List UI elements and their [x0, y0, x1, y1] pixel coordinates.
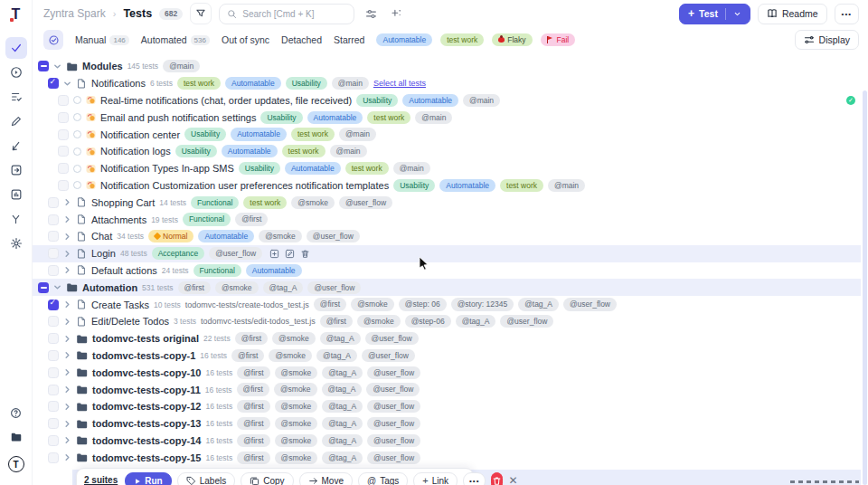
tag-chip--smoke[interactable]: @smoke: [275, 417, 318, 430]
bulk-close-button[interactable]: ✕: [508, 474, 517, 485]
tag-chip-usability[interactable]: Usability: [184, 128, 226, 140]
header-more-button[interactable]: •••: [835, 4, 859, 24]
chevron-right-icon[interactable]: [63, 403, 71, 411]
chevron-right-icon[interactable]: [63, 198, 71, 206]
tag-chip--user-flow[interactable]: @user_flow: [563, 298, 617, 310]
chevron-down-icon[interactable]: [63, 80, 71, 88]
tag-chip--main[interactable]: @main: [163, 60, 200, 72]
tag-chip-automatable[interactable]: Automatable: [246, 264, 302, 277]
test-title[interactable]: Notification center: [100, 129, 180, 140]
chevron-right-icon[interactable]: [63, 453, 71, 461]
chevron-right-icon[interactable]: [63, 215, 71, 223]
chevron-right-icon[interactable]: [63, 351, 71, 359]
sidebar-item-plans-list[interactable]: [5, 86, 27, 108]
suite-row[interactable]: Create Tasks10 teststodomvc-tests/create…: [33, 296, 861, 313]
add-test-button[interactable]: + Test: [679, 4, 750, 24]
tag-chip--first[interactable]: @first: [231, 349, 264, 362]
filter-chip-automatable[interactable]: Automatable: [376, 33, 432, 46]
bulk-tags-button[interactable]: @Tags: [358, 472, 408, 485]
row-checkbox[interactable]: [48, 265, 59, 276]
tag-chip--tag-a[interactable]: @tag_A: [322, 434, 363, 447]
test-title[interactable]: Notification Types In-app SMS: [100, 163, 234, 174]
tag-chip-automatable[interactable]: Automatable: [307, 111, 363, 124]
suite-row[interactable]: todomvc-tests-copy-1216 tests@first@smok…: [33, 398, 861, 415]
tag-chip--first[interactable]: @first: [237, 417, 269, 430]
tag-chip--tag-a[interactable]: @tag_A: [322, 452, 363, 464]
tag-chip--user-flow[interactable]: @user_flow: [366, 383, 420, 395]
test-title[interactable]: Real-time notifications (chat, order upd…: [100, 95, 352, 106]
tag-chip--tag-a[interactable]: @tag_A: [322, 400, 363, 413]
suite-title[interactable]: Shopping Cart: [91, 197, 155, 208]
suite-row[interactable]: todomvc-tests-copy-116 tests@first@smoke…: [33, 347, 861, 365]
tag-chip--user-flow[interactable]: @user_flow: [367, 417, 420, 430]
row-checkbox[interactable]: [48, 452, 59, 463]
row-checkbox[interactable]: [48, 231, 59, 242]
tag-chip--user-flow[interactable]: @user_flow: [209, 247, 262, 260]
scrollbar[interactable]: [863, 90, 867, 485]
tag-chip--main[interactable]: @main: [463, 94, 500, 107]
tag-chip-usability[interactable]: Usability: [356, 94, 398, 107]
sidebar-item-report-box[interactable]: [5, 184, 27, 205]
run-status-circle[interactable]: [73, 181, 81, 189]
run-status-circle[interactable]: [73, 113, 81, 121]
tag-chip--smoke[interactable]: @smoke: [291, 196, 335, 209]
suite-title[interactable]: Attachments: [91, 214, 146, 225]
filter-chip-test-work[interactable]: test work: [440, 33, 484, 46]
row-checkbox[interactable]: [48, 401, 59, 412]
row-checkbox[interactable]: [38, 282, 49, 293]
bulk-more-button[interactable]: •••: [463, 472, 486, 485]
row-checkbox[interactable]: [48, 385, 59, 395]
suite-title[interactable]: Chat: [91, 231, 112, 242]
selected-suites-link[interactable]: 2 suites: [84, 475, 118, 485]
tag-chip--user-flow[interactable]: @user_flow: [367, 452, 420, 464]
tag-chip-functional[interactable]: Functional: [183, 213, 231, 225]
tag-chip--first[interactable]: @first: [237, 400, 269, 413]
test-row[interactable]: Notification logsUsabilityAutomatabletes…: [33, 143, 861, 160]
suite-title[interactable]: Login: [91, 248, 116, 259]
sparkle-add-icon[interactable]: [387, 8, 405, 20]
tag-chip-test-work[interactable]: test work: [177, 77, 221, 90]
select-all-tests-link[interactable]: Select all tests: [373, 79, 426, 88]
tag-chip--story-12345[interactable]: @story: 12345: [451, 298, 514, 310]
tag-chip--tag-a[interactable]: @tag_A: [322, 417, 363, 430]
tag-chip--tag-a[interactable]: @tag_A: [456, 315, 496, 328]
suite-row[interactable]: Chat34 testsNormalAutomatable@smoke@user…: [33, 228, 861, 245]
chevron-down-icon[interactable]: [53, 283, 61, 291]
tag-chip-automatable[interactable]: Automatable: [225, 77, 281, 90]
suite-row[interactable]: todomvc-tests-copy-1016 tests@first@smok…: [33, 364, 861, 381]
filter-chip-flaky[interactable]: Flaky: [492, 33, 532, 46]
tag-chip--smoke[interactable]: @smoke: [351, 298, 394, 310]
tag-chip--smoke[interactable]: @smoke: [272, 332, 316, 345]
tag-chip--user-flow[interactable]: @user_flow: [367, 366, 420, 379]
tag-chip--smoke[interactable]: @smoke: [274, 383, 317, 395]
breadcrumb-project[interactable]: Zyntra Spark: [43, 7, 106, 20]
tag-chip-automatable[interactable]: Automatable: [231, 128, 287, 140]
tag-chip--tag-a[interactable]: @tag_A: [316, 349, 357, 362]
chevron-right-icon[interactable]: [63, 233, 71, 241]
tag-chip-automatable[interactable]: Automatable: [222, 145, 278, 157]
view-settings-icon[interactable]: [362, 8, 380, 20]
tag-chip--main[interactable]: @main: [332, 77, 369, 90]
row-checkbox[interactable]: [48, 418, 59, 429]
bulk-copy-button[interactable]: Copy: [241, 472, 293, 485]
filter-chip-fail[interactable]: Fail: [541, 33, 576, 46]
suite-row[interactable]: Notifications6 teststest workAutomatable…: [33, 75, 861, 92]
tag-chip-test-work[interactable]: test work: [291, 128, 335, 140]
sidebar-item-files-folder[interactable]: [5, 426, 27, 448]
tag-chip--smoke[interactable]: @smoke: [275, 452, 318, 464]
test-row[interactable]: Email and push notification settingsUsab…: [33, 109, 861, 126]
tag-chip--user-flow[interactable]: @user_flow: [500, 315, 553, 328]
test-row[interactable]: Notification Customization user preferen…: [33, 177, 861, 195]
tag-chip--user-flow[interactable]: @user_flow: [367, 434, 420, 447]
tag-chip--first[interactable]: @first: [314, 298, 346, 310]
row-checkbox[interactable]: [48, 78, 59, 89]
sidebar-item-help[interactable]: [5, 402, 27, 423]
suite-row[interactable]: Shopping Cart14 testsFunctionaltest work…: [33, 194, 861, 211]
suite-title[interactable]: todomvc-tests-copy-13: [92, 418, 201, 429]
sidebar-item-gear[interactable]: [5, 233, 27, 254]
row-checkbox[interactable]: [48, 300, 59, 310]
tag-chip--first[interactable]: @first: [235, 332, 268, 345]
sidebar-item-pulse-arrow[interactable]: [5, 135, 27, 157]
tag-chip--tag-a[interactable]: @tag_A: [322, 383, 363, 395]
suite-row[interactable]: Default actions24 testsFunctionalAutomat…: [33, 262, 861, 280]
